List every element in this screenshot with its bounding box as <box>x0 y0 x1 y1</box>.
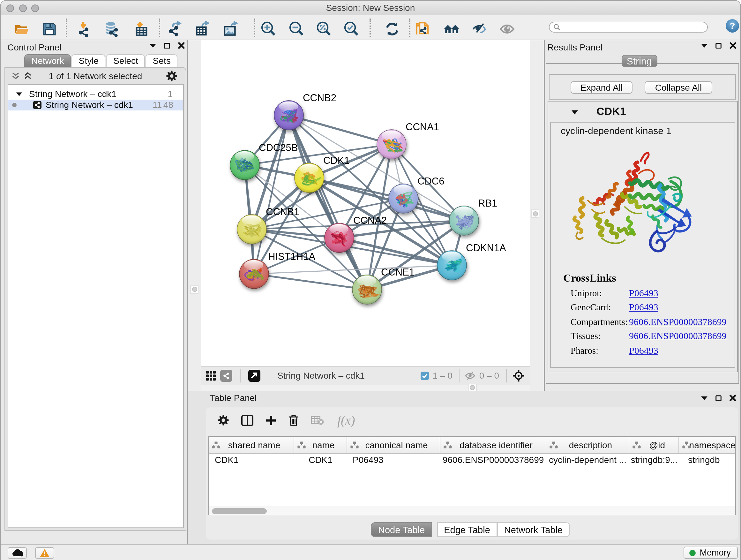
birds-eye-view-icon[interactable] <box>513 369 525 381</box>
crosslink-row: GeneCard:P06493 <box>563 302 727 316</box>
zoom-selected-button[interactable] <box>343 21 359 37</box>
export-network-button[interactable] <box>167 21 184 37</box>
node-CCNB1[interactable] <box>237 214 266 244</box>
import-network-file-button[interactable] <box>75 21 91 37</box>
hide-selected-button[interactable] <box>472 21 488 37</box>
delete-column-icon[interactable] <box>288 415 298 428</box>
show-all-button[interactable] <box>499 21 515 37</box>
close-panel-icon[interactable] <box>178 42 185 49</box>
panel-menu-icon[interactable] <box>701 396 708 400</box>
close-panel-icon[interactable] <box>729 395 736 401</box>
panel-menu-icon[interactable] <box>701 44 708 48</box>
right-splitter[interactable] <box>530 40 543 391</box>
column-type-icon <box>350 441 358 449</box>
node-CCNA2[interactable] <box>324 223 354 253</box>
import-network-database-button[interactable] <box>104 21 120 37</box>
tab-select[interactable]: Select <box>106 54 145 67</box>
column-header-namespace[interactable]: namespace <box>679 436 736 453</box>
collapse-all-button[interactable]: Collapse All <box>645 81 712 94</box>
horizontal-scrollbar[interactable] <box>208 506 735 515</box>
control-panel-tabs: NetworkStyleSelectSets <box>24 54 179 67</box>
network-options-gear-icon[interactable] <box>166 70 178 84</box>
tab-network[interactable]: Network <box>24 54 71 67</box>
splitter-handle[interactable] <box>190 285 199 294</box>
close-panel-icon[interactable] <box>729 42 736 49</box>
clone-network-button[interactable] <box>414 21 430 37</box>
tab-string[interactable]: String <box>621 55 657 67</box>
float-panel-icon[interactable] <box>716 43 722 49</box>
node-HIST1H1A[interactable] <box>239 259 268 289</box>
node-label-HIST1H1A: HIST1H1A <box>268 251 315 262</box>
first-neighbors-button[interactable] <box>444 21 460 37</box>
network-share-badge-icon[interactable] <box>220 369 232 381</box>
bottom-splitter[interactable] <box>201 385 530 391</box>
crosslink-link[interactable]: P06493 <box>629 345 658 355</box>
delete-table-icon[interactable] <box>311 415 324 428</box>
node-CDKN1A[interactable] <box>437 251 466 280</box>
collection-label: String Network – cdk1 <box>29 89 117 99</box>
crosslink-link[interactable]: 9606.ENSP00000378699 <box>629 316 727 327</box>
column-header-shared-name[interactable]: shared name <box>208 436 294 453</box>
network-collection-row[interactable]: String Network – cdk1 1 <box>8 88 183 99</box>
node-CDC6[interactable] <box>388 184 418 213</box>
crosslink-link[interactable]: P06493 <box>629 302 658 312</box>
protein-section-header[interactable]: CDK1 <box>548 102 737 121</box>
function-builder-icon[interactable]: f(x) <box>337 413 355 428</box>
crosslink-row: Tissues:9606.ENSP00000378699 <box>563 331 727 345</box>
table-row[interactable]: CDK1CDK1P064939606.ENSP00000378699cyclin… <box>208 454 735 465</box>
tab-style[interactable]: Style <box>72 54 106 67</box>
edge-HIST1H1A-CCNE1[interactable] <box>254 274 367 290</box>
zoom-in-button[interactable] <box>260 21 276 37</box>
export-table-button[interactable] <box>195 21 211 37</box>
crosslink-link[interactable]: 9606.ENSP00000378699 <box>629 331 727 341</box>
zoom-fit-button[interactable] <box>316 21 332 37</box>
splitter-handle[interactable] <box>531 209 539 218</box>
node-CCNE1[interactable] <box>352 275 381 304</box>
crosslink-link[interactable]: P06493 <box>629 288 658 298</box>
column-header--id[interactable]: @id <box>629 436 679 453</box>
cell-canonical-name: P06493 <box>347 454 441 464</box>
edge-CCNB2-CCNE1[interactable] <box>288 115 367 290</box>
export-image-button[interactable] <box>222 21 239 37</box>
refresh-button[interactable] <box>384 21 400 37</box>
panel-menu-icon[interactable] <box>149 44 156 48</box>
search-input[interactable] <box>560 22 707 31</box>
node-CDK1[interactable] <box>294 163 324 192</box>
tab-edge-table[interactable]: Edge Table <box>437 522 497 537</box>
node-RB1[interactable] <box>449 206 478 235</box>
warnings-button[interactable] <box>35 547 54 558</box>
grid-view-icon[interactable] <box>205 369 217 381</box>
column-header-database-identifier[interactable]: database identifier <box>441 436 546 453</box>
tab-node-table[interactable]: Node Table <box>371 522 432 537</box>
node-CCNB2[interactable] <box>274 101 303 130</box>
tab-network-table[interactable]: Network Table <box>497 522 569 537</box>
network-canvas[interactable]: CCNB2CCNA1CDC25BCDK1CDC6RB1CCNB1CCNA2CDK… <box>201 40 530 366</box>
toolbar-separator <box>369 18 370 37</box>
open-file-button[interactable] <box>13 21 29 37</box>
import-table-file-button[interactable] <box>133 21 149 37</box>
node-CCNA1[interactable] <box>377 130 406 159</box>
float-panel-icon[interactable] <box>164 43 170 49</box>
node-CDC25B[interactable] <box>230 150 259 180</box>
section-expander-icon[interactable] <box>571 110 578 115</box>
column-header-canonical-name[interactable]: canonical name <box>347 436 441 453</box>
zoom-out-button[interactable] <box>288 21 304 37</box>
expand-all-button[interactable]: Expand All <box>570 81 632 94</box>
tab-sets[interactable]: Sets <box>146 54 178 67</box>
float-panel-icon[interactable] <box>716 395 722 401</box>
cloud-button[interactable] <box>8 547 27 558</box>
network-row[interactable]: String Network – cdk1 11 48 <box>8 99 183 110</box>
eye-slash-icon <box>472 21 488 37</box>
column-header-description[interactable]: description <box>546 436 629 453</box>
column-header-name[interactable]: name <box>294 436 347 453</box>
memory-button[interactable]: Memory <box>684 547 738 559</box>
column-type-icon <box>212 441 220 449</box>
add-column-icon[interactable] <box>265 415 276 428</box>
split-columns-icon[interactable] <box>241 415 253 428</box>
scrollbar-thumb[interactable] <box>212 508 266 514</box>
tree-expander-icon[interactable] <box>16 91 22 96</box>
table-settings-gear-icon[interactable] <box>217 415 229 428</box>
help-button[interactable]: ? <box>726 19 739 33</box>
save-session-button[interactable] <box>41 21 57 37</box>
open-in-window-icon[interactable] <box>248 369 260 381</box>
